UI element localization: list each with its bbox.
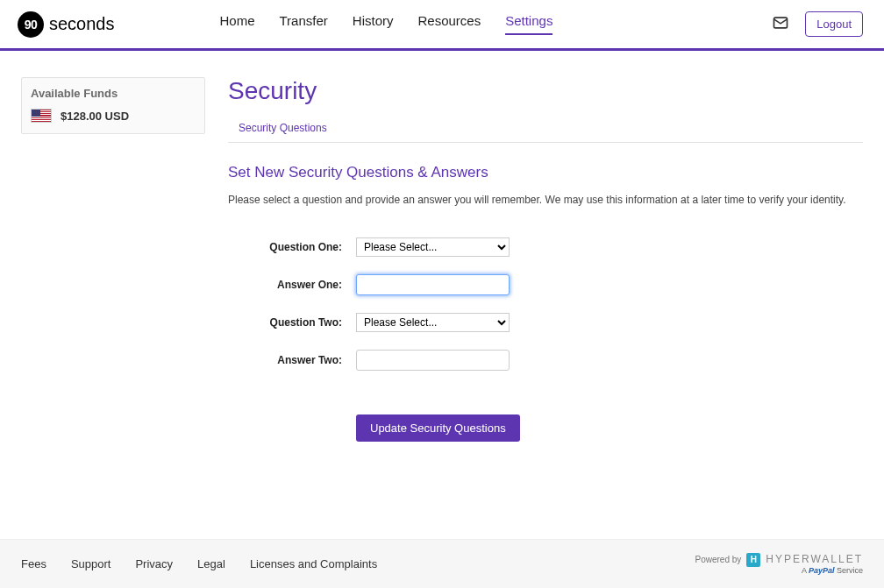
logo[interactable]: 90 seconds bbox=[18, 11, 115, 38]
row-answer-one: Answer One: bbox=[228, 274, 863, 295]
content: Available Funds $128.00 USD Security Sec… bbox=[0, 51, 884, 512]
label-question-one: Question One: bbox=[228, 241, 356, 253]
nav-transfer[interactable]: Transfer bbox=[280, 13, 328, 35]
label-question-two: Question Two: bbox=[228, 316, 356, 329]
header-right: Logout bbox=[772, 11, 863, 37]
mail-icon[interactable] bbox=[772, 14, 789, 35]
input-answer-one[interactable] bbox=[356, 274, 510, 295]
section-title: Set New Security Questions & Answers bbox=[228, 164, 863, 181]
available-funds-title: Available Funds bbox=[31, 87, 196, 100]
header: 90 seconds Home Transfer History Resourc… bbox=[0, 0, 884, 49]
submit-row: Update Security Questions bbox=[356, 414, 863, 442]
logout-button[interactable]: Logout bbox=[805, 11, 863, 37]
tab-security-questions[interactable]: Security Questions bbox=[239, 122, 327, 134]
nav-settings[interactable]: Settings bbox=[505, 13, 552, 35]
funds-amount: $128.00 USD bbox=[61, 110, 129, 123]
funds-row: $128.00 USD bbox=[31, 109, 196, 123]
nav-history[interactable]: History bbox=[353, 13, 394, 35]
input-answer-two[interactable] bbox=[356, 350, 510, 371]
row-question-two: Question Two: Please Select... bbox=[228, 313, 863, 332]
label-answer-one: Answer One: bbox=[228, 279, 356, 291]
sidebar: Available Funds $128.00 USD bbox=[21, 77, 205, 442]
row-question-one: Question One: Please Select... bbox=[228, 237, 863, 257]
sub-tab-bar: Security Questions bbox=[228, 119, 863, 143]
label-answer-two: Answer Two: bbox=[228, 354, 356, 366]
page-title: Security bbox=[228, 77, 863, 105]
section-description: Please select a question and provide an … bbox=[228, 194, 863, 206]
main-nav: Home Transfer History Resources Settings bbox=[220, 13, 553, 35]
us-flag-icon bbox=[31, 109, 52, 123]
nav-home[interactable]: Home bbox=[220, 13, 255, 35]
update-security-questions-button[interactable]: Update Security Questions bbox=[356, 414, 520, 442]
logo-mark-icon: 90 bbox=[18, 11, 44, 38]
main: Security Security Questions Set New Secu… bbox=[228, 77, 863, 442]
logo-text: seconds bbox=[49, 14, 115, 34]
row-answer-two: Answer Two: bbox=[228, 350, 863, 371]
nav-resources[interactable]: Resources bbox=[417, 13, 481, 35]
available-funds-card: Available Funds $128.00 USD bbox=[21, 77, 205, 134]
select-question-one[interactable]: Please Select... bbox=[356, 237, 510, 257]
select-question-two[interactable]: Please Select... bbox=[356, 313, 510, 332]
